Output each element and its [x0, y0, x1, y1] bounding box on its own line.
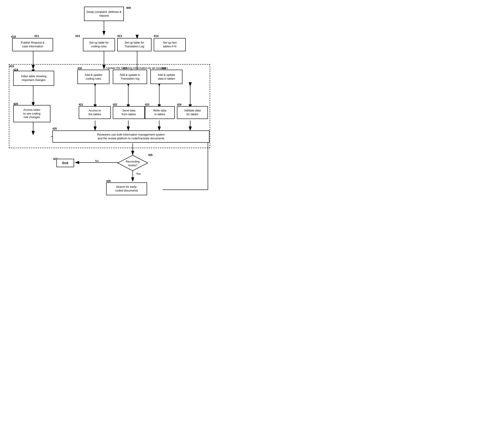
node-422: Send datafrom tables	[113, 106, 145, 119]
label-422: 422	[113, 103, 117, 106]
flowchart-diagram: Study complaint, defense & request 400 4…	[0, 0, 243, 224]
label-423: 423	[145, 103, 149, 106]
label-400: 400	[126, 6, 131, 9]
node-428: Search for early-coded documents	[106, 183, 147, 195]
node-412: Set up table forcoding rules	[83, 38, 115, 51]
node-423: Write datain tables	[145, 106, 175, 119]
label-410: 410	[11, 35, 16, 38]
node-426-diamond: Reconciling review?	[117, 155, 148, 171]
label-412: 412	[75, 34, 80, 38]
node-400: Study complaint, defense & request	[84, 7, 124, 21]
node-419: Index table showingimportant changes	[13, 71, 54, 86]
node-427: End	[56, 159, 74, 167]
update-header: Update the following information by all …	[73, 66, 201, 70]
label-421: 421	[79, 103, 83, 106]
node-421: Access tothe tables	[79, 106, 111, 119]
label-415: 415	[9, 64, 14, 68]
label-426: 426	[148, 153, 153, 157]
label-414: 414	[154, 34, 159, 38]
label-428: 428	[106, 180, 111, 183]
node-425: Reviewers use both information managemen…	[52, 130, 209, 143]
node-417: Add & update inTranslation log	[113, 70, 147, 84]
node-424: Validate datafor tables	[177, 106, 208, 119]
node-416: Add & updatecoding rules	[77, 70, 110, 84]
label-418: 418	[161, 67, 166, 70]
node-418: Add & updatedata in tables	[150, 70, 183, 84]
node-413: Set up table forTranslation Log	[117, 38, 152, 51]
label-416: 416	[77, 67, 82, 70]
node-410: Publish Request &case information	[12, 38, 53, 51]
label-411: 411	[34, 34, 39, 38]
yes-label: Yes	[136, 172, 141, 175]
label-424: 424	[177, 103, 181, 106]
svg-text:review?: review?	[128, 164, 137, 167]
no-label: No	[95, 159, 99, 162]
svg-text:Reconciling: Reconciling	[126, 160, 140, 163]
label-417: 417	[123, 67, 127, 70]
node-414: Set up facttables A-N	[154, 38, 186, 51]
node-420: Access indexto see codingrule changes	[13, 105, 50, 122]
label-413: 413	[117, 34, 122, 38]
label-425: 425	[52, 127, 57, 130]
